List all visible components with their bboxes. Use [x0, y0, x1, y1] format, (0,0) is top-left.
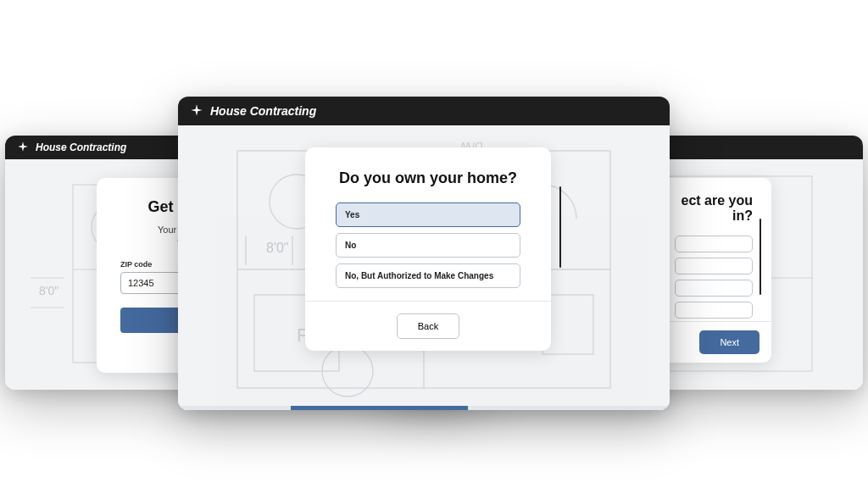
app-title: House Contracting	[36, 141, 126, 153]
option-skeleton[interactable]	[675, 302, 753, 319]
titlebar: House Contracting	[178, 97, 670, 125]
next-button[interactable]: Next	[699, 330, 760, 354]
svg-text:8'0": 8'0"	[39, 284, 58, 297]
back-button[interactable]: Back	[397, 313, 459, 339]
option-authorized[interactable]: No, But Authorized to Make Changes	[336, 263, 520, 288]
sparkle-icon	[17, 141, 29, 155]
sparkle-icon	[190, 103, 203, 119]
progress-bar	[178, 406, 670, 410]
scroll-indicator[interactable]	[760, 219, 761, 295]
card-heading: Do you own your home?	[305, 169, 551, 187]
scroll-indicator[interactable]	[559, 186, 561, 268]
card-footer: Back	[305, 301, 551, 351]
window-center: House Contracting F D/W 8'0"	[178, 97, 670, 410]
option-skeleton[interactable]	[675, 236, 753, 252]
app-title: House Contracting	[210, 104, 316, 118]
option-skeleton[interactable]	[675, 280, 753, 297]
svg-text:8'0": 8'0"	[266, 241, 289, 255]
options-list: Yes No No, But Authorized to Make Change…	[305, 202, 551, 288]
option-skeleton[interactable]	[675, 258, 753, 274]
option-no[interactable]: No	[336, 233, 520, 258]
ownership-card: Do you own your home? Yes No No, But Aut…	[305, 147, 551, 351]
option-yes[interactable]: Yes	[336, 202, 520, 227]
progress-fill	[291, 406, 468, 410]
window-body: F D/W 8'0" Do you own your home? Yes No …	[178, 125, 670, 410]
